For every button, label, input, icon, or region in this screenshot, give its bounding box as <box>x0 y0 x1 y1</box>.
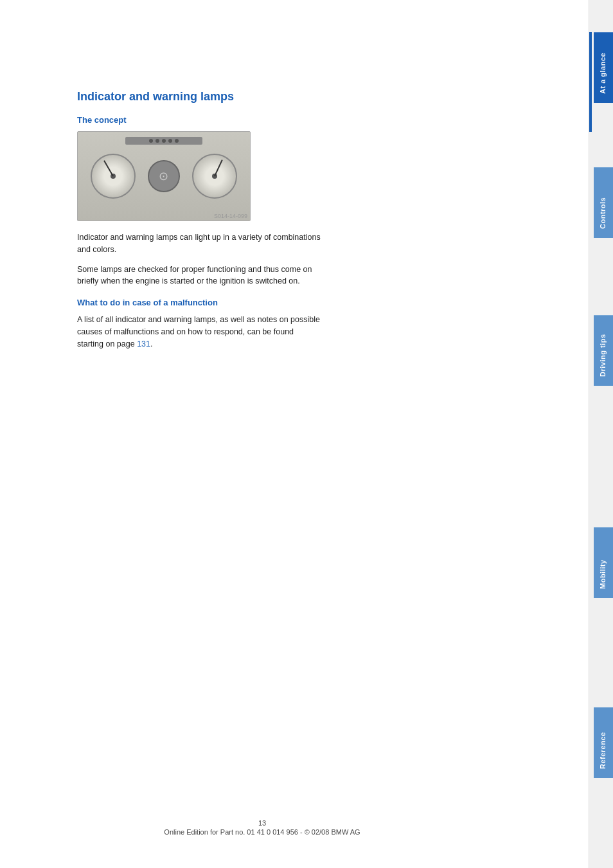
indicator-dot <box>175 139 179 143</box>
left-gauge <box>91 154 136 199</box>
page-footer: 13 Online Edition for Part no. 01 41 0 0… <box>0 819 537 836</box>
body-text-2: Some lamps are checked for proper functi… <box>77 264 321 288</box>
body-text-1: Indicator and warning lamps can light up… <box>77 231 321 256</box>
right-gauge <box>192 154 237 199</box>
page-number: 13 <box>0 819 524 827</box>
malfunction-subtitle: What to do in case of a malfunction <box>77 298 550 307</box>
sidebar-tab-mobility[interactable]: Mobility <box>594 527 613 598</box>
main-content: Indicator and warning lamps The concept <box>0 0 589 868</box>
sidebar-tab-controls[interactable]: Controls <box>594 167 613 238</box>
footer-text: Online Edition for Part no. 01 41 0 014 … <box>164 828 360 836</box>
section-title: Indicator and warning lamps <box>77 90 550 104</box>
body-text-3-start: A list of all indicator and warning lamp… <box>77 315 320 348</box>
indicator-dot <box>162 139 166 143</box>
center-icon: ⊙ <box>159 169 168 183</box>
sidebar-tab-driving-tips[interactable]: Driving tips <box>594 315 613 386</box>
active-tab-indicator <box>589 32 592 132</box>
cluster-inner: ⊙ S014-14-099 <box>78 132 250 221</box>
sidebar-tab-at-a-glance[interactable]: At a glance <box>594 32 613 103</box>
center-display: ⊙ <box>148 160 180 192</box>
concept-subtitle: The concept <box>77 115 550 125</box>
image-caption: S014-14-099 <box>214 213 247 219</box>
page-ref-link[interactable]: 131 <box>137 339 150 348</box>
left-gauge-needle <box>103 160 114 176</box>
top-bar-indicators <box>125 137 202 145</box>
page-container: Indicator and warning lamps The concept <box>0 0 613 868</box>
sidebar-tab-reference[interactable]: Reference <box>594 707 613 778</box>
body-text-3-end: . <box>150 339 152 348</box>
instrument-cluster-image: ⊙ S014-14-099 <box>77 131 251 221</box>
body-text-3: A list of all indicator and warning lamp… <box>77 314 321 350</box>
indicator-dot <box>168 139 172 143</box>
right-gauge-needle <box>214 159 223 176</box>
right-sidebar: At a glance Controls Driving tips Mobili… <box>589 0 613 868</box>
indicator-dot <box>149 139 153 143</box>
indicator-dot <box>155 139 159 143</box>
